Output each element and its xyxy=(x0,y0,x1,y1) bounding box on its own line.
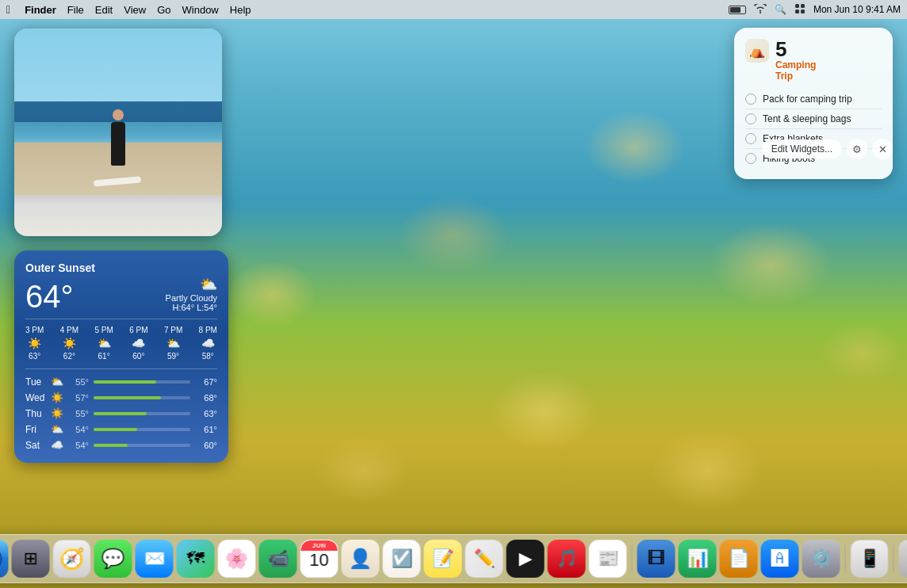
hour-icon-4pm: ☀️ xyxy=(63,337,76,349)
iphone-mirror-icon: 📱 xyxy=(859,548,880,569)
dock-item-safari[interactable]: 🧭 xyxy=(53,540,91,578)
dock-item-appletv[interactable]: ▶ xyxy=(507,540,545,578)
svg-rect-1 xyxy=(795,4,799,8)
dock-item-finder[interactable]: 🔵 xyxy=(0,540,9,578)
reminder-item-2[interactable]: Tent & sleeping bags xyxy=(745,109,882,129)
forecast-day-fri: Fri xyxy=(25,424,51,435)
dock-item-appstore[interactable]: 🅰 xyxy=(761,540,799,578)
appstore-icon: 🅰 xyxy=(771,548,789,569)
hour-label: 3 PM xyxy=(25,326,44,334)
dock-item-reminders[interactable]: ☑️ xyxy=(383,540,421,578)
forecast-icon-fri: ⛅ xyxy=(51,423,67,435)
hour-label: 4 PM xyxy=(60,326,78,334)
svg-point-0 xyxy=(760,12,761,13)
weather-hour-8pm: 8 PM ☁️ 58° xyxy=(199,326,217,361)
launchpad-icon: ⊞ xyxy=(24,548,38,569)
calendar-day: 10 xyxy=(309,551,328,570)
dock-item-music[interactable]: 🎵 xyxy=(548,540,586,578)
svg-rect-2 xyxy=(801,4,805,8)
dock-item-pages[interactable]: 📄 xyxy=(720,540,758,578)
menubar-view[interactable]: View xyxy=(124,4,146,16)
forecast-low-thu: 55° xyxy=(67,409,89,418)
forecast-bar-thu xyxy=(94,412,147,415)
search-icon[interactable]: 🔍 xyxy=(775,4,786,15)
weather-location: Outer Sunset xyxy=(25,262,217,274)
apple-menu[interactable]:  xyxy=(6,3,10,16)
dock-item-notes[interactable]: 📝 xyxy=(424,540,462,578)
forecast-low-wed: 57° xyxy=(67,393,89,403)
dock-item-freeform[interactable]: ✏️ xyxy=(465,540,503,578)
forecast-icon-thu: ☀️ xyxy=(51,407,67,419)
forecast-row-fri: Fri ⛅ 54° 61° xyxy=(25,423,217,435)
weather-temp: 64° xyxy=(25,281,74,312)
close-icon: ✕ xyxy=(878,143,887,155)
dock-item-mail[interactable]: ✉️ xyxy=(136,540,174,578)
menubar-help[interactable]: Help xyxy=(230,4,251,16)
weather-widget: Outer Sunset 64° ⛅ Partly Cloudy H:64° L… xyxy=(14,250,228,463)
edit-widgets-button[interactable]: Edit Widgets... xyxy=(762,139,842,158)
dock-item-contacts[interactable]: 👤 xyxy=(342,540,380,578)
forecast-bar-fri xyxy=(94,428,137,431)
dock-item-photos[interactable]: 🌸 xyxy=(218,540,256,578)
reminder-circle-3[interactable] xyxy=(745,133,756,144)
hour-label: 5 PM xyxy=(94,326,113,334)
hour-label: 6 PM xyxy=(129,326,147,334)
reminder-circle-4[interactable] xyxy=(745,153,756,164)
menubar:  Finder File Edit View Go Window Help 🔍 xyxy=(0,0,907,19)
dock-separator xyxy=(632,544,633,573)
forecast-low-fri: 54° xyxy=(67,425,89,434)
reminder-text-1: Pack for camping trip xyxy=(763,94,852,105)
reminder-circle-1[interactable] xyxy=(745,94,756,105)
safari-icon: 🧭 xyxy=(59,547,85,571)
forecast-day-tue: Tue xyxy=(25,376,51,388)
weather-condition-block: ⛅ Partly Cloudy H:64° L:54° xyxy=(166,276,217,312)
menubar-file[interactable]: File xyxy=(67,4,84,16)
hour-temp-5pm: 61° xyxy=(98,352,110,361)
menubar-left:  Finder File Edit View Go Window Help xyxy=(6,3,251,16)
reminder-circle-2[interactable] xyxy=(745,113,756,124)
reminders-header: ⛺ 5 CampingTrip xyxy=(745,39,882,82)
dock-item-sysprefs[interactable]: ⚙️ xyxy=(802,540,840,578)
forecast-day-wed: Wed xyxy=(25,392,51,403)
photos-icon: 🌸 xyxy=(225,548,249,570)
wifi-icon[interactable] xyxy=(754,4,767,16)
menubar-datetime[interactable]: Mon Jun 10 9:41 AM xyxy=(813,4,901,15)
forecast-day-thu: Thu xyxy=(25,408,51,419)
weather-condition-text: Partly Cloudy xyxy=(166,293,217,303)
menubar-edit[interactable]: Edit xyxy=(95,4,113,16)
forecast-bar-container-sat xyxy=(94,444,190,447)
reminders-count: 5 xyxy=(775,39,816,59)
dock-item-messages[interactable]: 💬 xyxy=(94,540,132,578)
photo-widget-image xyxy=(14,29,222,236)
dock-item-keynote[interactable]: 🎞 xyxy=(637,540,675,578)
weather-low: L:54° xyxy=(197,303,217,312)
forecast-low-tue: 55° xyxy=(67,377,89,387)
reminder-text-2: Tent & sleeping bags xyxy=(763,113,851,124)
forecast-bar-container-tue xyxy=(94,380,190,384)
dock-item-trash[interactable]: 🗑 xyxy=(899,540,908,578)
calendar-content: JUN 10 xyxy=(301,540,338,577)
control-center-icon[interactable] xyxy=(794,3,806,17)
weather-hour-6pm: 6 PM ☁️ 60° xyxy=(129,326,147,361)
dock-item-news[interactable]: 📰 xyxy=(589,540,627,578)
dock-item-maps[interactable]: 🗺 xyxy=(177,540,215,578)
photo-widget xyxy=(14,29,222,236)
widget-settings-button[interactable]: ⚙ xyxy=(847,139,867,159)
forecast-icon-wed: ☀️ xyxy=(51,391,67,403)
dock-item-numbers[interactable]: 📊 xyxy=(679,540,717,578)
svg-rect-3 xyxy=(795,10,799,13)
hour-icon-5pm: ⛅ xyxy=(98,337,111,349)
reminder-item-1[interactable]: Pack for camping trip xyxy=(745,90,882,109)
dock-item-calendar[interactable]: JUN 10 xyxy=(300,540,339,578)
reminders-tent-icon: ⛺ xyxy=(749,44,765,59)
dock-item-launchpad[interactable]: ⊞ xyxy=(12,540,50,578)
menubar-go[interactable]: Go xyxy=(157,4,170,16)
dock-item-facetime[interactable]: 📹 xyxy=(259,540,297,578)
hour-temp-8pm: 58° xyxy=(202,352,214,361)
widget-controls: Edit Widgets... ⚙ ✕ xyxy=(762,139,893,159)
widget-close-button[interactable]: ✕ xyxy=(872,139,893,159)
dock-item-iphone-mirror[interactable]: 📱 xyxy=(851,540,889,578)
notes-icon: 📝 xyxy=(432,548,454,569)
menubar-window[interactable]: Window xyxy=(182,4,219,16)
menubar-app-name[interactable]: Finder xyxy=(25,4,56,16)
